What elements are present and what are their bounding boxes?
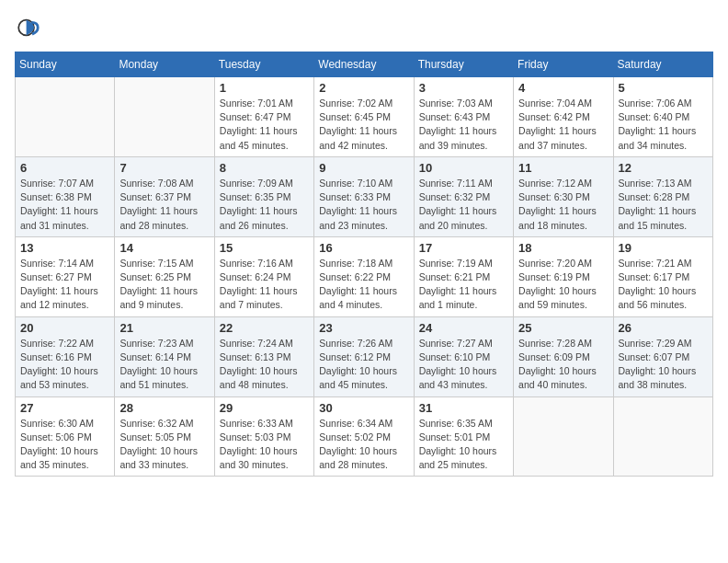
calendar-cell: 27Sunrise: 6:30 AMSunset: 5:06 PMDayligh… — [16, 396, 115, 477]
page-header — [15, 15, 713, 40]
day-info: Sunrise: 6:33 AMSunset: 5:03 PMDaylight:… — [220, 417, 309, 473]
calendar-week-row: 1Sunrise: 7:01 AMSunset: 6:47 PMDaylight… — [16, 77, 713, 157]
calendar-cell: 1Sunrise: 7:01 AMSunset: 6:47 PMDaylight… — [214, 77, 313, 157]
day-info: Sunrise: 7:22 AMSunset: 6:16 PMDaylight:… — [20, 337, 109, 393]
day-number: 23 — [319, 321, 408, 335]
day-info: Sunrise: 7:15 AMSunset: 6:25 PMDaylight:… — [119, 257, 209, 313]
day-number: 22 — [220, 321, 309, 335]
day-number: 8 — [220, 161, 309, 175]
day-info: Sunrise: 7:23 AMSunset: 6:14 PMDaylight:… — [119, 337, 209, 393]
calendar-cell: 3Sunrise: 7:03 AMSunset: 6:43 PMDaylight… — [414, 77, 513, 157]
day-number: 27 — [20, 401, 109, 415]
day-number: 30 — [319, 401, 408, 415]
day-info: Sunrise: 7:10 AMSunset: 6:33 PMDaylight:… — [319, 177, 408, 233]
day-number: 21 — [119, 321, 209, 335]
day-info: Sunrise: 7:27 AMSunset: 6:10 PMDaylight:… — [419, 337, 508, 393]
weekday-header-sunday: Sunday — [16, 52, 115, 77]
day-number: 18 — [518, 241, 608, 255]
weekday-header-thursday: Thursday — [414, 52, 513, 77]
calendar-cell — [514, 396, 613, 477]
day-info: Sunrise: 6:30 AMSunset: 5:06 PMDaylight:… — [20, 417, 109, 473]
day-number: 28 — [119, 401, 209, 415]
day-info: Sunrise: 7:21 AMSunset: 6:17 PMDaylight:… — [619, 257, 708, 313]
calendar-cell: 19Sunrise: 7:21 AMSunset: 6:17 PMDayligh… — [613, 236, 712, 316]
calendar-cell: 10Sunrise: 7:11 AMSunset: 6:32 PMDayligh… — [414, 156, 513, 236]
calendar-cell — [115, 77, 214, 157]
day-info: Sunrise: 7:12 AMSunset: 6:30 PMDaylight:… — [518, 177, 608, 233]
day-number: 9 — [319, 161, 408, 175]
weekday-header-row: SundayMondayTuesdayWednesdayThursdayFrid… — [16, 52, 713, 77]
day-number: 16 — [319, 241, 408, 255]
day-number: 14 — [119, 241, 209, 255]
calendar-cell: 5Sunrise: 7:06 AMSunset: 6:40 PMDaylight… — [613, 77, 712, 157]
calendar-table: SundayMondayTuesdayWednesdayThursdayFrid… — [15, 52, 713, 477]
day-info: Sunrise: 7:16 AMSunset: 6:24 PMDaylight:… — [220, 257, 309, 313]
day-info: Sunrise: 7:03 AMSunset: 6:43 PMDaylight:… — [419, 97, 508, 153]
day-number: 31 — [419, 401, 508, 415]
calendar-cell: 7Sunrise: 7:08 AMSunset: 6:37 PMDaylight… — [115, 156, 214, 236]
calendar-cell: 11Sunrise: 7:12 AMSunset: 6:30 PMDayligh… — [514, 156, 613, 236]
calendar-week-row: 27Sunrise: 6:30 AMSunset: 5:06 PMDayligh… — [16, 396, 713, 477]
calendar-cell: 26Sunrise: 7:29 AMSunset: 6:07 PMDayligh… — [613, 316, 712, 396]
weekday-header-friday: Friday — [514, 52, 613, 77]
day-info: Sunrise: 7:13 AMSunset: 6:28 PMDaylight:… — [619, 177, 708, 233]
day-number: 7 — [119, 161, 209, 175]
day-info: Sunrise: 7:02 AMSunset: 6:45 PMDaylight:… — [319, 97, 408, 153]
day-number: 17 — [419, 241, 508, 255]
day-info: Sunrise: 7:24 AMSunset: 6:13 PMDaylight:… — [220, 337, 309, 393]
logo-icon — [15, 15, 40, 40]
day-info: Sunrise: 7:06 AMSunset: 6:40 PMDaylight:… — [619, 97, 708, 153]
calendar-week-row: 13Sunrise: 7:14 AMSunset: 6:27 PMDayligh… — [16, 236, 713, 316]
weekday-header-tuesday: Tuesday — [214, 52, 313, 77]
day-info: Sunrise: 7:09 AMSunset: 6:35 PMDaylight:… — [220, 177, 309, 233]
calendar-cell: 14Sunrise: 7:15 AMSunset: 6:25 PMDayligh… — [115, 236, 214, 316]
calendar-cell: 24Sunrise: 7:27 AMSunset: 6:10 PMDayligh… — [414, 316, 513, 396]
calendar-week-row: 20Sunrise: 7:22 AMSunset: 6:16 PMDayligh… — [16, 316, 713, 396]
day-number: 10 — [419, 161, 508, 175]
day-number: 26 — [619, 321, 708, 335]
calendar-cell: 2Sunrise: 7:02 AMSunset: 6:45 PMDaylight… — [314, 77, 414, 157]
day-info: Sunrise: 7:11 AMSunset: 6:32 PMDaylight:… — [419, 177, 508, 233]
day-info: Sunrise: 6:32 AMSunset: 5:05 PMDaylight:… — [119, 417, 209, 473]
day-number: 5 — [619, 81, 708, 95]
day-info: Sunrise: 7:20 AMSunset: 6:19 PMDaylight:… — [518, 257, 608, 313]
weekday-header-monday: Monday — [115, 52, 214, 77]
calendar-cell: 13Sunrise: 7:14 AMSunset: 6:27 PMDayligh… — [16, 236, 115, 316]
calendar-cell: 23Sunrise: 7:26 AMSunset: 6:12 PMDayligh… — [314, 316, 414, 396]
day-number: 6 — [20, 161, 109, 175]
day-number: 2 — [319, 81, 408, 95]
day-number: 19 — [619, 241, 708, 255]
day-info: Sunrise: 6:34 AMSunset: 5:02 PMDaylight:… — [319, 417, 408, 473]
day-info: Sunrise: 7:08 AMSunset: 6:37 PMDaylight:… — [119, 177, 209, 233]
calendar-cell: 6Sunrise: 7:07 AMSunset: 6:38 PMDaylight… — [16, 156, 115, 236]
calendar-cell: 21Sunrise: 7:23 AMSunset: 6:14 PMDayligh… — [115, 316, 214, 396]
calendar-cell: 15Sunrise: 7:16 AMSunset: 6:24 PMDayligh… — [214, 236, 313, 316]
day-info: Sunrise: 7:01 AMSunset: 6:47 PMDaylight:… — [220, 97, 309, 153]
day-number: 4 — [518, 81, 608, 95]
calendar-cell: 4Sunrise: 7:04 AMSunset: 6:42 PMDaylight… — [514, 77, 613, 157]
day-number: 15 — [220, 241, 309, 255]
calendar-week-row: 6Sunrise: 7:07 AMSunset: 6:38 PMDaylight… — [16, 156, 713, 236]
day-number: 29 — [220, 401, 309, 415]
day-info: Sunrise: 7:19 AMSunset: 6:21 PMDaylight:… — [419, 257, 508, 313]
day-number: 13 — [20, 241, 109, 255]
day-info: Sunrise: 6:35 AMSunset: 5:01 PMDaylight:… — [419, 417, 508, 473]
calendar-cell: 31Sunrise: 6:35 AMSunset: 5:01 PMDayligh… — [414, 396, 513, 477]
logo — [15, 15, 44, 40]
weekday-header-wednesday: Wednesday — [314, 52, 414, 77]
calendar-cell: 8Sunrise: 7:09 AMSunset: 6:35 PMDaylight… — [214, 156, 313, 236]
day-number: 25 — [518, 321, 608, 335]
day-info: Sunrise: 7:18 AMSunset: 6:22 PMDaylight:… — [319, 257, 408, 313]
day-number: 12 — [619, 161, 708, 175]
weekday-header-saturday: Saturday — [613, 52, 712, 77]
day-info: Sunrise: 7:04 AMSunset: 6:42 PMDaylight:… — [518, 97, 608, 153]
day-number: 1 — [220, 81, 309, 95]
calendar-cell: 30Sunrise: 6:34 AMSunset: 5:02 PMDayligh… — [314, 396, 414, 477]
day-info: Sunrise: 7:07 AMSunset: 6:38 PMDaylight:… — [20, 177, 109, 233]
calendar-cell — [16, 77, 115, 157]
calendar-cell: 12Sunrise: 7:13 AMSunset: 6:28 PMDayligh… — [613, 156, 712, 236]
day-info: Sunrise: 7:14 AMSunset: 6:27 PMDaylight:… — [20, 257, 109, 313]
calendar-cell: 16Sunrise: 7:18 AMSunset: 6:22 PMDayligh… — [314, 236, 414, 316]
calendar-cell: 18Sunrise: 7:20 AMSunset: 6:19 PMDayligh… — [514, 236, 613, 316]
day-number: 20 — [20, 321, 109, 335]
